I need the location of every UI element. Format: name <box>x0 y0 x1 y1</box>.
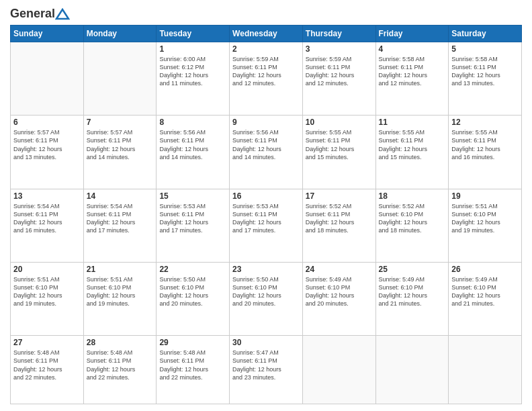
calendar-cell: 18Sunrise: 5:52 AMSunset: 6:10 PMDayligh… <box>375 189 449 262</box>
day-number: 15 <box>159 191 226 201</box>
day-number: 24 <box>306 265 373 274</box>
day-number: 8 <box>159 118 226 127</box>
weekday-header-wednesday: Wednesday <box>230 26 303 42</box>
week-row-3: 20Sunrise: 5:51 AMSunset: 6:10 PMDayligh… <box>11 262 522 335</box>
day-number: 2 <box>232 44 300 54</box>
day-info: Sunrise: 5:49 AMSunset: 6:10 PMDaylight:… <box>306 275 373 308</box>
day-number: 16 <box>232 191 300 201</box>
calendar-cell: 24Sunrise: 5:49 AMSunset: 6:10 PMDayligh… <box>302 262 375 335</box>
day-number: 20 <box>13 265 81 274</box>
calendar-cell: 16Sunrise: 5:53 AMSunset: 6:11 PMDayligh… <box>230 189 303 262</box>
calendar-cell: 21Sunrise: 5:51 AMSunset: 6:10 PMDayligh… <box>83 262 157 335</box>
day-info: Sunrise: 5:49 AMSunset: 6:10 PMDaylight:… <box>451 275 519 308</box>
calendar-cell: 15Sunrise: 5:53 AMSunset: 6:11 PMDayligh… <box>157 189 230 262</box>
day-number: 18 <box>379 191 446 201</box>
calendar-cell: 9Sunrise: 5:56 AMSunset: 6:11 PMDaylight… <box>230 116 303 189</box>
weekday-header-tuesday: Tuesday <box>157 26 230 42</box>
day-number: 3 <box>306 44 373 54</box>
day-number: 28 <box>87 338 154 347</box>
day-info: Sunrise: 5:52 AMSunset: 6:10 PMDaylight:… <box>379 202 446 235</box>
week-row-1: 6Sunrise: 5:57 AMSunset: 6:11 PMDaylight… <box>11 116 522 189</box>
day-info: Sunrise: 5:51 AMSunset: 6:10 PMDaylight:… <box>87 275 154 308</box>
day-number: 7 <box>87 118 154 127</box>
weekday-header-monday: Monday <box>83 26 157 42</box>
weekday-header-sunday: Sunday <box>11 26 84 42</box>
day-info: Sunrise: 5:49 AMSunset: 6:10 PMDaylight:… <box>379 275 446 308</box>
calendar-cell <box>302 336 375 404</box>
day-number: 5 <box>451 44 519 54</box>
day-info: Sunrise: 5:51 AMSunset: 6:10 PMDaylight:… <box>13 275 81 308</box>
day-info: Sunrise: 5:54 AMSunset: 6:11 PMDaylight:… <box>87 202 154 235</box>
week-row-4: 27Sunrise: 5:48 AMSunset: 6:11 PMDayligh… <box>11 336 522 404</box>
day-number: 19 <box>451 191 519 201</box>
calendar-cell: 28Sunrise: 5:48 AMSunset: 6:11 PMDayligh… <box>83 336 157 404</box>
logo-general: General <box>10 7 55 21</box>
calendar-cell: 30Sunrise: 5:47 AMSunset: 6:11 PMDayligh… <box>230 336 303 404</box>
week-row-0: 1Sunrise: 6:00 AMSunset: 6:12 PMDaylight… <box>11 42 522 116</box>
calendar-cell <box>375 336 449 404</box>
day-number: 10 <box>306 118 373 127</box>
calendar-cell: 6Sunrise: 5:57 AMSunset: 6:11 PMDaylight… <box>11 116 84 189</box>
logo-icon <box>55 8 70 20</box>
calendar-cell: 1Sunrise: 6:00 AMSunset: 6:12 PMDaylight… <box>157 42 230 116</box>
day-info: Sunrise: 6:00 AMSunset: 6:12 PMDaylight:… <box>159 55 226 88</box>
calendar-cell: 3Sunrise: 5:59 AMSunset: 6:11 PMDaylight… <box>302 42 375 116</box>
calendar-cell: 2Sunrise: 5:59 AMSunset: 6:11 PMDaylight… <box>230 42 303 116</box>
day-number: 1 <box>159 44 226 54</box>
day-info: Sunrise: 5:59 AMSunset: 6:11 PMDaylight:… <box>306 55 373 88</box>
day-info: Sunrise: 5:55 AMSunset: 6:11 PMDaylight:… <box>451 128 519 161</box>
day-number: 13 <box>13 191 81 201</box>
calendar-cell: 23Sunrise: 5:50 AMSunset: 6:10 PMDayligh… <box>230 262 303 335</box>
calendar-cell: 25Sunrise: 5:49 AMSunset: 6:10 PMDayligh… <box>375 262 449 335</box>
calendar-cell: 29Sunrise: 5:48 AMSunset: 6:11 PMDayligh… <box>157 336 230 404</box>
calendar-cell: 19Sunrise: 5:51 AMSunset: 6:10 PMDayligh… <box>449 189 522 262</box>
day-info: Sunrise: 5:57 AMSunset: 6:11 PMDaylight:… <box>87 128 154 161</box>
page: General SundayMondayTuesdayWednesdayThur… <box>0 0 532 411</box>
day-number: 21 <box>87 265 154 274</box>
day-info: Sunrise: 5:59 AMSunset: 6:11 PMDaylight:… <box>232 55 300 88</box>
day-info: Sunrise: 5:47 AMSunset: 6:11 PMDaylight:… <box>232 349 300 381</box>
weekday-header-friday: Friday <box>375 26 449 42</box>
calendar-cell: 14Sunrise: 5:54 AMSunset: 6:11 PMDayligh… <box>83 189 157 262</box>
day-number: 14 <box>87 191 154 201</box>
day-number: 30 <box>232 338 300 347</box>
calendar-cell <box>83 42 157 116</box>
calendar-cell: 4Sunrise: 5:58 AMSunset: 6:11 PMDaylight… <box>375 42 449 116</box>
day-info: Sunrise: 5:48 AMSunset: 6:11 PMDaylight:… <box>159 349 226 381</box>
calendar-cell: 20Sunrise: 5:51 AMSunset: 6:10 PMDayligh… <box>11 262 84 335</box>
day-info: Sunrise: 5:51 AMSunset: 6:10 PMDaylight:… <box>451 202 519 235</box>
day-number: 6 <box>13 118 81 127</box>
day-number: 12 <box>451 118 519 127</box>
weekday-header-thursday: Thursday <box>302 26 375 42</box>
day-info: Sunrise: 5:58 AMSunset: 6:11 PMDaylight:… <box>379 55 446 88</box>
day-number: 25 <box>379 265 446 274</box>
day-info: Sunrise: 5:54 AMSunset: 6:11 PMDaylight:… <box>13 202 81 235</box>
weekday-header-saturday: Saturday <box>449 26 522 42</box>
day-number: 22 <box>159 265 226 274</box>
day-info: Sunrise: 5:56 AMSunset: 6:11 PMDaylight:… <box>232 128 300 161</box>
logo: General <box>10 7 70 19</box>
week-row-2: 13Sunrise: 5:54 AMSunset: 6:11 PMDayligh… <box>11 189 522 262</box>
calendar-cell: 27Sunrise: 5:48 AMSunset: 6:11 PMDayligh… <box>11 336 84 404</box>
calendar-cell: 17Sunrise: 5:52 AMSunset: 6:11 PMDayligh… <box>302 189 375 262</box>
day-info: Sunrise: 5:50 AMSunset: 6:10 PMDaylight:… <box>232 275 300 308</box>
day-info: Sunrise: 5:52 AMSunset: 6:11 PMDaylight:… <box>306 202 373 235</box>
day-info: Sunrise: 5:57 AMSunset: 6:11 PMDaylight:… <box>13 128 81 161</box>
day-number: 9 <box>232 118 300 127</box>
day-number: 4 <box>379 44 446 54</box>
calendar-cell: 13Sunrise: 5:54 AMSunset: 6:11 PMDayligh… <box>11 189 84 262</box>
weekday-header-row: SundayMondayTuesdayWednesdayThursdayFrid… <box>11 26 522 42</box>
calendar-cell: 26Sunrise: 5:49 AMSunset: 6:10 PMDayligh… <box>449 262 522 335</box>
day-number: 29 <box>159 338 226 347</box>
day-info: Sunrise: 5:53 AMSunset: 6:11 PMDaylight:… <box>232 202 300 235</box>
day-info: Sunrise: 5:55 AMSunset: 6:11 PMDaylight:… <box>306 128 373 161</box>
calendar-cell <box>11 42 84 116</box>
day-info: Sunrise: 5:53 AMSunset: 6:11 PMDaylight:… <box>159 202 226 235</box>
calendar-cell: 11Sunrise: 5:55 AMSunset: 6:11 PMDayligh… <box>375 116 449 189</box>
calendar-cell: 12Sunrise: 5:55 AMSunset: 6:11 PMDayligh… <box>449 116 522 189</box>
calendar-cell: 22Sunrise: 5:50 AMSunset: 6:10 PMDayligh… <box>157 262 230 335</box>
day-info: Sunrise: 5:56 AMSunset: 6:11 PMDaylight:… <box>159 128 226 161</box>
day-number: 26 <box>451 265 519 274</box>
calendar-table: SundayMondayTuesdayWednesdayThursdayFrid… <box>10 25 522 404</box>
day-info: Sunrise: 5:48 AMSunset: 6:11 PMDaylight:… <box>13 349 81 381</box>
